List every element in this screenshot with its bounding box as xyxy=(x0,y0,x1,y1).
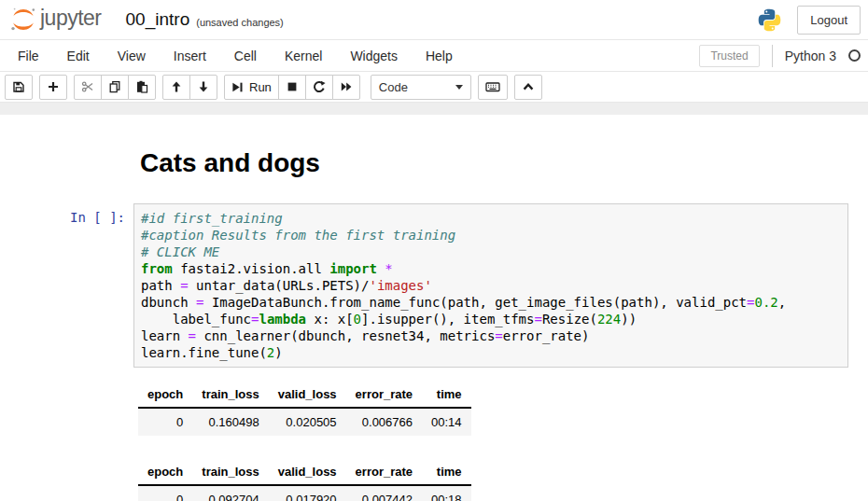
table-row: 00.1604980.0205050.00676600:14 xyxy=(138,408,471,436)
cut-button[interactable] xyxy=(74,75,102,100)
jupyter-logo[interactable]: jupyter xyxy=(9,6,102,34)
chevron-up-icon xyxy=(522,80,535,93)
table-header-cell: epoch xyxy=(138,382,192,408)
keyboard-icon xyxy=(485,80,500,93)
step-forward-icon xyxy=(231,81,244,93)
checkpoint-status: (unsaved changes) xyxy=(196,12,284,28)
table-cell: 0.092704 xyxy=(192,485,268,501)
table-header-cell: train_loss xyxy=(192,382,268,408)
table-header-cell: time xyxy=(422,459,471,485)
refresh-icon xyxy=(313,80,326,93)
table-cell: 00:18 xyxy=(422,485,471,501)
collapse-toolbar-button[interactable] xyxy=(514,75,542,100)
notebook-container: Cats and dogs In [ ]: #id first_training… xyxy=(0,115,868,501)
command-palette-button[interactable] xyxy=(478,75,508,100)
code-line: learn.fine_tune(2) xyxy=(141,344,841,361)
menu-item-widgets[interactable]: Widgets xyxy=(336,41,412,71)
training-table-2: epochtrain_lossvalid_losserror_ratetime0… xyxy=(138,459,868,501)
cell-type-select[interactable]: Code xyxy=(371,75,471,100)
table-header-cell: epoch xyxy=(138,459,192,485)
table-header-cell: error_rate xyxy=(346,459,422,485)
table-cell: 0 xyxy=(138,485,192,501)
code-line: # CLICK ME xyxy=(141,244,841,260)
arrow-up-icon xyxy=(170,80,183,93)
stop-icon xyxy=(286,80,299,93)
floppy-icon xyxy=(12,80,25,93)
menu-item-help[interactable]: Help xyxy=(412,41,467,71)
caret-down-icon xyxy=(455,85,463,90)
table-header-cell: valid_loss xyxy=(269,382,346,408)
menu-bar: FileEditViewInsertCellKernelWidgetsHelp … xyxy=(0,39,868,72)
code-line: #caption Results from the first training xyxy=(141,227,841,244)
insert-cell-button[interactable] xyxy=(39,75,67,100)
header-bar: jupyter 00_intro (unsaved changes) Logou… xyxy=(0,0,868,39)
training-table-1: epochtrain_lossvalid_losserror_ratetime0… xyxy=(138,382,868,436)
fast-forward-icon xyxy=(340,80,353,93)
save-button[interactable] xyxy=(5,75,33,100)
code-editor[interactable]: #id first_training#caption Results from … xyxy=(133,203,848,368)
interrupt-kernel-button[interactable] xyxy=(278,75,306,100)
kernel-name: Python 3 xyxy=(785,49,836,63)
kernel-idle-indicator-icon xyxy=(848,49,861,62)
logout-button[interactable]: Logout xyxy=(797,6,861,35)
menu-item-view[interactable]: View xyxy=(104,41,160,71)
arrow-down-icon xyxy=(197,80,210,93)
jupyter-logo-icon xyxy=(9,6,37,34)
code-line: from fastai2.vision.all import * xyxy=(141,260,841,277)
table-cell: 0.006766 xyxy=(346,408,422,436)
table-cell: 0 xyxy=(138,408,192,436)
run-button-label: Run xyxy=(249,80,272,94)
restart-kernel-button[interactable] xyxy=(305,75,333,100)
move-cell-up-button[interactable] xyxy=(162,75,190,100)
cell-type-value: Code xyxy=(379,80,408,94)
menu-item-file[interactable]: File xyxy=(4,41,53,71)
logo-text: jupyter xyxy=(40,6,102,31)
code-line: path = untar_data(URLs.PETS)/'images' xyxy=(141,277,841,294)
move-cell-down-button[interactable] xyxy=(189,75,217,100)
copy-icon xyxy=(108,80,121,93)
markdown-heading: Cats and dogs xyxy=(140,148,868,178)
plus-icon xyxy=(47,80,60,93)
code-line: #id first_training xyxy=(141,210,841,227)
menu-item-edit[interactable]: Edit xyxy=(53,41,104,71)
code-line: label_func=lambda x: x[0].isupper(), ite… xyxy=(141,311,841,327)
table-cell: 0.020505 xyxy=(269,408,346,436)
restart-run-all-button[interactable] xyxy=(332,75,360,100)
table-row: 00.0927040.0179200.00744200:18 xyxy=(138,485,471,501)
notebook-title[interactable]: 00_intro xyxy=(126,9,190,30)
paste-icon xyxy=(135,80,148,93)
trusted-badge[interactable]: Trusted xyxy=(699,45,759,67)
table-header-cell: time xyxy=(422,382,471,408)
code-cell: In [ ]: #id first_training#caption Resul… xyxy=(0,203,868,368)
menu-item-cell[interactable]: Cell xyxy=(220,41,271,71)
paste-button[interactable] xyxy=(128,75,156,100)
menu-item-insert[interactable]: Insert xyxy=(160,41,220,71)
menu-item-kernel[interactable]: Kernel xyxy=(271,41,336,71)
table-cell: 0.007442 xyxy=(346,485,422,501)
menu-items: FileEditViewInsertCellKernelWidgetsHelp xyxy=(4,41,467,71)
table-cell: 0.160498 xyxy=(192,408,268,436)
code-line: dbunch = ImageDataBunch.from_name_func(p… xyxy=(141,294,841,311)
toolbar: Run Code xyxy=(0,72,868,102)
input-prompt: In [ ]: xyxy=(0,203,133,225)
table-header-cell: error_rate xyxy=(346,382,422,408)
menu-divider xyxy=(772,45,773,67)
table-header-cell: train_loss xyxy=(192,459,268,485)
scissors-icon xyxy=(81,80,94,93)
code-line: learn = cnn_learner(dbunch, resnet34, me… xyxy=(141,327,841,344)
cell-output-area: epochtrain_lossvalid_losserror_ratetime0… xyxy=(138,382,868,501)
copy-button[interactable] xyxy=(101,75,129,100)
table-cell: 0.017920 xyxy=(269,485,346,501)
table-cell: 00:14 xyxy=(422,408,471,436)
run-button[interactable]: Run xyxy=(224,75,279,100)
page-background-band xyxy=(0,102,868,115)
python-logo-icon xyxy=(757,7,782,33)
table-header-cell: valid_loss xyxy=(269,459,346,485)
